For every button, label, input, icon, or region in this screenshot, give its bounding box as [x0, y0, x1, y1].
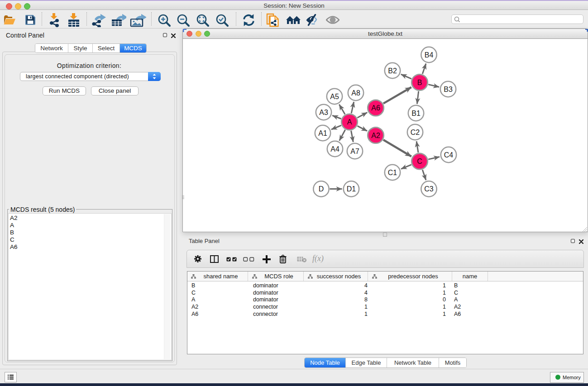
svg-text:A: A — [347, 118, 352, 126]
svg-text:C4: C4 — [444, 151, 454, 159]
svg-text:D: D — [319, 185, 324, 193]
svg-text:C2: C2 — [411, 129, 420, 136]
svg-text:A2: A2 — [371, 132, 380, 139]
svg-text:B2: B2 — [388, 67, 397, 75]
svg-text:A7: A7 — [350, 148, 359, 155]
svg-text:B: B — [417, 79, 422, 86]
svg-text:B3: B3 — [444, 86, 453, 93]
svg-text:A5: A5 — [330, 93, 339, 100]
svg-text:C: C — [417, 157, 422, 165]
svg-text:A4: A4 — [330, 145, 339, 153]
svg-text:B4: B4 — [425, 51, 434, 59]
svg-text:A8: A8 — [351, 89, 360, 97]
svg-text:C1: C1 — [388, 169, 397, 176]
svg-text:B1: B1 — [411, 110, 421, 117]
svg-text:C3: C3 — [424, 185, 434, 193]
svg-text:D1: D1 — [347, 185, 356, 193]
svg-text:A6: A6 — [371, 104, 380, 112]
svg-text:A3: A3 — [319, 109, 328, 116]
svg-text:A1: A1 — [318, 129, 327, 137]
